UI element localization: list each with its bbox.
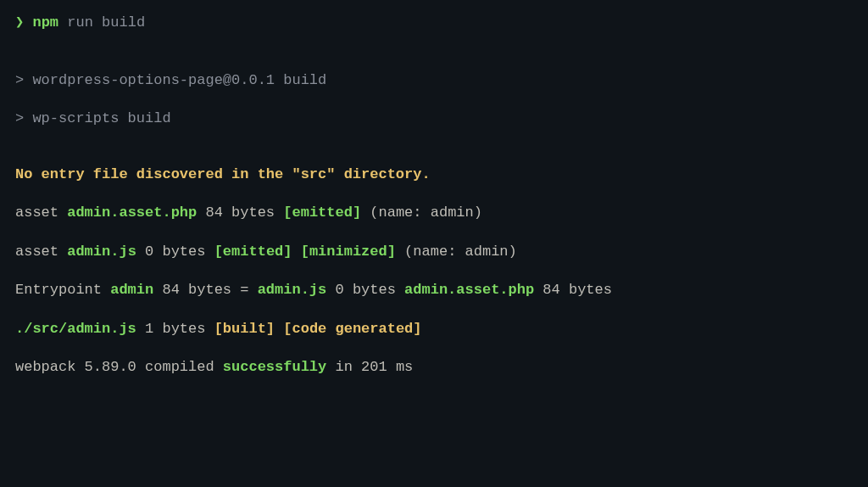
chevron-right-icon: ❯ (15, 14, 24, 31)
asset-size: 84 bytes (197, 204, 283, 221)
webpack-summary-pre: webpack 5.89.0 compiled (15, 359, 223, 375)
asset-label: asset (15, 244, 67, 260)
script-text: wordpress-options-page@0.0.1 build (32, 72, 326, 88)
entrypoint-line: Entrypoint admin 84 bytes = admin.js 0 b… (15, 279, 853, 301)
asset-meta: (name: admin) (361, 204, 482, 221)
asset-tag: [minimized] (301, 244, 396, 260)
source-file: ./src/admin.js (15, 321, 136, 337)
warning-text: No entry file discovered in the "src" di… (15, 166, 431, 182)
asset-meta: (name: admin) (396, 244, 517, 260)
chevron-prefix: > (15, 110, 32, 126)
asset-sep (292, 244, 301, 260)
script-echo-line: > wordpress-options-page@0.0.1 build (15, 70, 853, 92)
command-args: run build (58, 14, 145, 31)
chevron-prefix: > (15, 72, 32, 88)
webpack-summary-line: webpack 5.89.0 compiled successfully in … (15, 356, 853, 378)
asset-label: asset (15, 204, 67, 221)
webpack-status: successfully (223, 359, 326, 375)
asset-filename: admin.asset.php (67, 204, 197, 221)
source-line: ./src/admin.js 1 bytes [built] [code gen… (15, 318, 853, 340)
prompt-line: ❯ npm run build (15, 12, 853, 34)
script-text: wp-scripts build (32, 110, 170, 126)
source-size: 1 bytes (136, 321, 214, 337)
source-tag: [code generated] (283, 321, 421, 337)
asset-size: 0 bytes (136, 244, 214, 260)
asset-filename: admin.js (67, 244, 136, 260)
entrypoint-name: admin (110, 282, 153, 298)
entrypoint-file: admin.asset.php (404, 282, 534, 298)
entrypoint-mid: 84 bytes = (153, 282, 257, 298)
blank-line (15, 147, 853, 164)
script-echo-line: > wp-scripts build (15, 108, 853, 130)
asset-line: asset admin.asset.php 84 bytes [emitted]… (15, 202, 853, 224)
command-name: npm (32, 14, 58, 31)
entrypoint-label: Entrypoint (15, 282, 110, 298)
terminal-output: ❯ npm run build > wordpress-options-page… (15, 12, 853, 378)
asset-tag: [emitted] (283, 204, 361, 221)
warning-line: No entry file discovered in the "src" di… (15, 164, 853, 186)
entrypoint-file: admin.js (258, 282, 327, 298)
webpack-summary-post: in 201 ms (326, 359, 413, 375)
asset-line: asset admin.js 0 bytes [emitted] [minimi… (15, 241, 853, 263)
asset-tag: [emitted] (214, 244, 292, 260)
entrypoint-post: 84 bytes (534, 282, 612, 298)
prompt-space (24, 14, 32, 31)
source-tag: [built] (214, 321, 275, 337)
source-sep (275, 321, 283, 337)
entrypoint-mid: 0 bytes (326, 282, 404, 298)
blank-line (15, 34, 853, 70)
